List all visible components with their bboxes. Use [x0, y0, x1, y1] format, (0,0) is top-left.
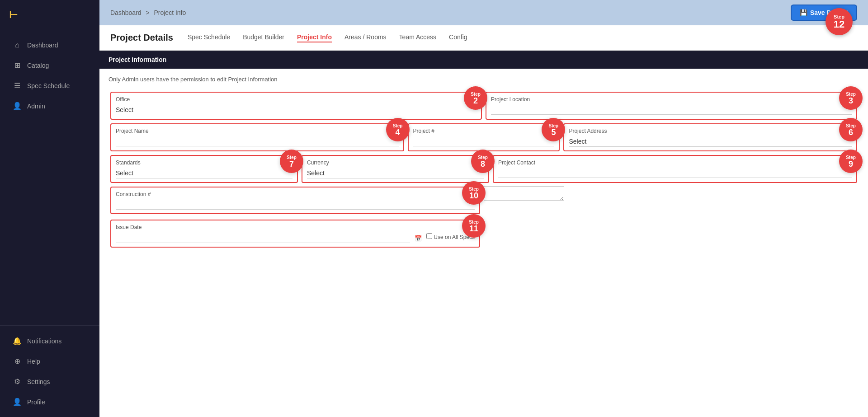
construction-number-field: Construction # Step 10 [110, 187, 480, 214]
project-address-value[interactable]: Select [569, 137, 852, 147]
step-4-label: Step [393, 123, 403, 128]
breadcrumb-current: Project Info [154, 9, 186, 16]
step-11-label: Step [469, 220, 479, 225]
project-location-label: Project Location [491, 96, 852, 103]
project-name-field: Project Name Step 4 [110, 123, 404, 151]
project-location-input[interactable] [491, 105, 852, 115]
form-row-2: Project Name Step 4 Project # Step 5 [108, 122, 859, 153]
content-area: Project Details Spec Schedule Budget Bui… [99, 25, 868, 417]
step-3-label: Step [846, 92, 856, 97]
step-3-number: 3 [849, 97, 853, 105]
project-details-title: Project Details [110, 33, 173, 43]
sidebar: ⊢ ⌂ Dashboard ⊞ Catalog ☰ Spec Schedule … [0, 0, 99, 417]
logo-icon: ⊢ [9, 9, 18, 21]
standards-value[interactable]: Select [116, 169, 292, 178]
office-field: Office Select Step 2 [110, 92, 482, 120]
step-11-number: 11 [469, 225, 478, 233]
sidebar-logo: ⊢ [0, 0, 99, 30]
step-9-label: Step [846, 155, 856, 160]
tab-config[interactable]: Config [449, 33, 467, 42]
sidebar-item-notifications[interactable]: 🔔 Notifications [4, 331, 96, 351]
notifications-icon: 🔔 [13, 337, 22, 345]
project-contact-label: Project Contact [498, 159, 852, 166]
tabs-bar: Spec Schedule Budget Builder Project Inf… [188, 33, 467, 42]
issue-date-row: 📅 Use on All Specs [116, 233, 475, 243]
step-6-badge: Step 6 [839, 118, 863, 141]
step-5-badge: Step 5 [542, 118, 565, 141]
issue-date-label: Issue Date [116, 224, 475, 230]
sidebar-item-label-profile: Profile [27, 398, 45, 406]
notes-textarea[interactable] [484, 187, 564, 201]
step-8-badge: Step 8 [471, 150, 495, 173]
project-address-label: Project Address [569, 128, 852, 134]
office-value[interactable]: Select [116, 105, 476, 115]
sidebar-item-admin[interactable]: 👤 Admin [4, 96, 96, 116]
topbar-right: 💾 Save Project Step 12 [791, 5, 857, 21]
calendar-icon[interactable]: 📅 [415, 235, 422, 242]
step-5-label: Step [549, 123, 559, 128]
breadcrumb: Dashboard > Project Info [110, 9, 186, 16]
issue-date-field: Issue Date 📅 Use on All Specs Step 11 [110, 220, 480, 248]
sidebar-item-catalog[interactable]: ⊞ Catalog [4, 56, 96, 75]
sidebar-item-settings[interactable]: ⚙ Settings [4, 372, 96, 391]
project-location-field: Project Location Step 3 [486, 92, 857, 120]
breadcrumb-separator: > [146, 9, 149, 16]
step-5-number: 5 [551, 128, 556, 136]
sidebar-item-spec-schedule[interactable]: ☰ Spec Schedule [4, 76, 96, 95]
settings-icon: ⚙ [13, 377, 22, 386]
step-10-label: Step [469, 187, 479, 192]
sidebar-item-dashboard[interactable]: ⌂ Dashboard [4, 36, 96, 55]
project-address-field: Project Address Select Step 6 [563, 123, 857, 151]
step-7-number: 7 [289, 160, 294, 168]
sidebar-item-label-notifications: Notifications [27, 337, 61, 345]
step-4-badge: Step 4 [386, 118, 410, 141]
project-number-input[interactable] [413, 137, 555, 146]
step-10-number: 10 [469, 192, 478, 200]
breadcrumb-home[interactable]: Dashboard [110, 9, 142, 16]
sidebar-item-help[interactable]: ⊕ Help [4, 351, 96, 371]
sidebar-nav-top: ⌂ Dashboard ⊞ Catalog ☰ Spec Schedule 👤 … [0, 30, 99, 325]
project-number-field: Project # Step 5 [408, 123, 560, 151]
catalog-icon: ⊞ [13, 61, 22, 70]
currency-label: Currency [307, 159, 484, 166]
tab-project-info[interactable]: Project Info [297, 33, 332, 42]
sidebar-item-label-help: Help [27, 358, 40, 365]
sidebar-item-label-spec-schedule: Spec Schedule [27, 82, 70, 89]
project-contact-input[interactable] [498, 169, 852, 178]
project-name-input[interactable] [116, 137, 399, 146]
construction-number-label: Construction # [116, 191, 475, 197]
step-6-number: 6 [849, 128, 853, 136]
textarea-col [484, 187, 857, 248]
step-7-badge: Step 7 [280, 150, 303, 173]
standards-field: Standards Select Step 7 [110, 155, 298, 183]
spec-schedule-icon: ☰ [13, 81, 22, 90]
currency-value[interactable]: Select [307, 169, 484, 178]
admin-note: Only Admin users have the permission to … [108, 76, 859, 83]
form-row-4: Construction # Step 10 Issue Date 📅 [108, 185, 859, 249]
home-icon: ⌂ [13, 41, 22, 49]
step-2-number: 2 [473, 97, 478, 105]
project-contact-field: Project Contact Step 9 [493, 155, 857, 183]
project-name-label: Project Name [116, 128, 399, 134]
currency-field: Currency Select Step 8 [302, 155, 489, 183]
admin-icon: 👤 [13, 102, 22, 110]
construction-number-input[interactable] [116, 200, 475, 210]
tab-areas-rooms[interactable]: Areas / Rooms [344, 33, 387, 42]
form-row-1: Office Select Step 2 Project Location St… [108, 90, 859, 122]
topbar: Dashboard > Project Info 💾 Save Project … [99, 0, 868, 25]
issue-date-input[interactable] [116, 234, 410, 243]
use-on-all-specs-checkbox[interactable] [426, 233, 432, 239]
help-icon: ⊕ [13, 357, 22, 365]
tab-budget-builder[interactable]: Budget Builder [243, 33, 284, 42]
section-title: Project Information [108, 56, 166, 63]
tab-team-access[interactable]: Team Access [399, 33, 436, 42]
sidebar-item-label-admin: Admin [27, 103, 45, 110]
project-number-label: Project # [413, 128, 555, 134]
tab-spec-schedule[interactable]: Spec Schedule [188, 33, 230, 42]
step-11-badge: Step 11 [462, 214, 486, 238]
sidebar-nav-bottom: 🔔 Notifications ⊕ Help ⚙ Settings 👤 Prof… [0, 325, 99, 417]
sidebar-item-profile[interactable]: 👤 Profile [4, 392, 96, 412]
section-header: Project Information [99, 51, 868, 69]
sidebar-item-label-catalog: Catalog [27, 62, 49, 69]
form-area: Only Admin users have the permission to … [99, 69, 868, 257]
